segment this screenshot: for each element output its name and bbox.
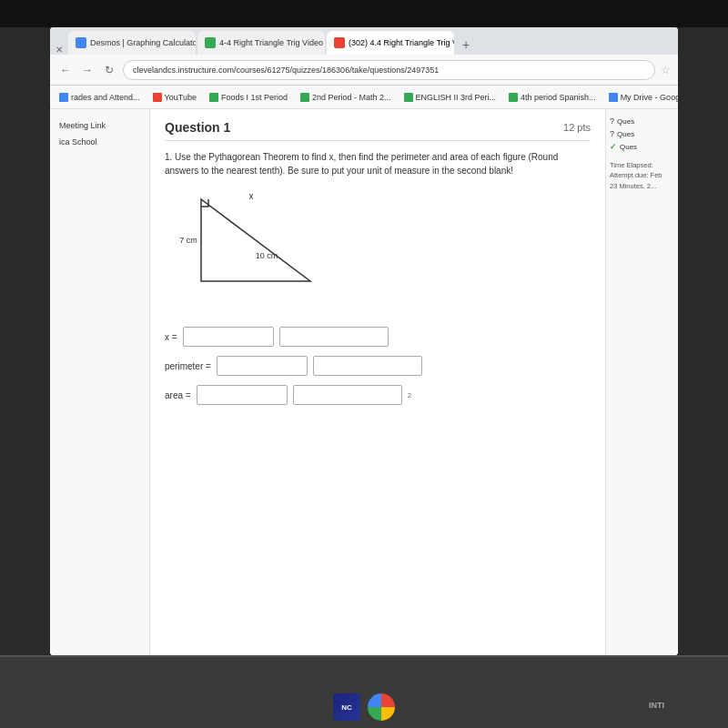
- attempt-due-label: Attempt due: Feb: [610, 170, 674, 180]
- bookmark-2ndperiod[interactable]: 2nd Period - Math 2...: [297, 91, 395, 104]
- sidebar-school-label: ica School: [59, 137, 97, 147]
- bookmark-favicon-english: [404, 93, 413, 102]
- question-icon-2: ?: [610, 129, 614, 138]
- right-panel-label-1: Ques: [617, 117, 634, 126]
- x-answer-input[interactable]: [183, 327, 274, 347]
- laptop-bottom: NC INTI: [0, 655, 728, 728]
- top-bar: [0, 0, 728, 27]
- bookmark-favicon-foods: [209, 93, 218, 102]
- tab-desmos[interactable]: Desmos | Graphing Calculator ✕: [68, 31, 196, 55]
- bookmark-spanish[interactable]: 4th period Spanish...: [505, 91, 600, 104]
- time-elapsed-label: Time Elapsed:: [610, 160, 674, 170]
- area-label-text: area =: [165, 390, 191, 400]
- area-input-row: area = 2: [165, 385, 591, 405]
- browser-content: Meeting Link ica School Question 1 12 pt…: [50, 109, 678, 655]
- area-unit-input[interactable]: [293, 385, 402, 405]
- perimeter-input-row: perimeter =: [165, 356, 591, 376]
- perimeter-label-text: perimeter =: [165, 361, 211, 371]
- sidebar-school[interactable]: ica School: [57, 135, 142, 149]
- right-panel-item-3[interactable]: ✓ Ques: [610, 142, 674, 151]
- question-header: Question 1 12 pts: [165, 120, 591, 141]
- bookmark-favicon-drive: [609, 93, 618, 102]
- tab-bar: ✕ Desmos | Graphing Calculator ✕ 4-4 Rig…: [50, 27, 678, 55]
- sidebar-meeting-link[interactable]: Meeting Link: [57, 118, 142, 133]
- browser-close-button[interactable]: ✕: [56, 45, 66, 55]
- back-button[interactable]: ←: [57, 62, 74, 78]
- screen-area: ✕ Desmos | Graphing Calculator ✕ 4-4 Rig…: [50, 27, 678, 655]
- tab-label-desmos: Desmos | Graphing Calculator: [90, 38, 196, 47]
- tab-label-quiz: (302) 4.4 Right Triangle Trig Vid...: [349, 38, 454, 47]
- question-text: 1. Use the Pythagorean Theorem to find x…: [165, 150, 591, 177]
- minutes-label: 23 Minutes, 2...: [610, 181, 674, 191]
- x-label: x: [249, 191, 254, 201]
- bookmark-label-spanish: 4th period Spanish...: [521, 93, 596, 102]
- address-bar: ← → ↻ ☆: [50, 55, 678, 86]
- x-input-row: x =: [165, 327, 591, 347]
- area-superscript: 2: [408, 391, 411, 399]
- bookmark-youtube[interactable]: YouTube: [149, 91, 200, 104]
- bookmarks-bar: rades and Attend... YouTube Foods I 1st …: [50, 86, 678, 109]
- x-label-text: x =: [165, 332, 177, 342]
- url-input[interactable]: [123, 60, 655, 80]
- tab-video1[interactable]: 4-4 Right Triangle Trig Video ✕: [197, 31, 325, 55]
- taskbar-nc-button[interactable]: NC: [333, 693, 360, 721]
- forward-button[interactable]: →: [79, 62, 96, 78]
- bookmark-grades[interactable]: rades and Attend...: [56, 91, 144, 104]
- tab-quiz[interactable]: (302) 4.4 Right Triangle Trig Vid... ✕: [327, 31, 454, 55]
- bookmark-label-2nd: 2nd Period - Math 2...: [312, 93, 391, 102]
- right-panel-label-2: Ques: [617, 130, 634, 138]
- bookmark-label-drive: My Drive - Google D...: [621, 93, 678, 102]
- intl-label: INTI: [649, 701, 664, 710]
- side-b-label: 10 cm: [256, 251, 278, 260]
- nc-label: NC: [341, 703, 352, 712]
- bookmark-label-foods: Foods I 1st Period: [221, 93, 288, 102]
- bookmark-label-english: ENGLISH II 3rd Peri...: [416, 93, 497, 102]
- svg-marker-0: [201, 199, 310, 281]
- bookmark-english[interactable]: ENGLISH II 3rd Peri...: [400, 91, 500, 104]
- bookmark-label-grades: rades and Attend...: [71, 93, 140, 102]
- refresh-button[interactable]: ↻: [101, 62, 117, 78]
- time-info: Time Elapsed: Attempt due: Feb 23 Minute…: [610, 160, 674, 191]
- tab-favicon-desmos: [76, 37, 86, 48]
- taskbar: NC: [333, 693, 395, 721]
- browser: ✕ Desmos | Graphing Calculator ✕ 4-4 Rig…: [50, 27, 678, 655]
- tab-favicon-quiz: [334, 37, 345, 48]
- left-sidebar: Meeting Link ica School: [50, 109, 150, 655]
- perimeter-unit-input[interactable]: [313, 356, 422, 376]
- laptop-frame: ✕ Desmos | Graphing Calculator ✕ 4-4 Rig…: [0, 0, 728, 728]
- right-panel-label-3: Ques: [620, 143, 637, 151]
- right-panel-item-2[interactable]: ? Ques: [610, 129, 674, 138]
- sidebar-meeting-label: Meeting Link: [59, 121, 106, 130]
- bookmark-star-icon[interactable]: ☆: [661, 64, 671, 76]
- bookmark-favicon-grades: [59, 93, 68, 102]
- new-tab-button[interactable]: +: [456, 35, 476, 55]
- tab-favicon-video1: [205, 37, 216, 48]
- quiz-area: Question 1 12 pts 1. Use the Pythagorean…: [150, 109, 605, 655]
- bookmark-drive[interactable]: My Drive - Google D...: [605, 91, 678, 104]
- x-unit-input[interactable]: [279, 327, 389, 347]
- bookmark-favicon-spanish: [509, 93, 518, 102]
- bookmark-favicon-youtube: [153, 93, 162, 102]
- right-panel: ? Ques ? Ques ✓ Ques Time Elapsed: Attem…: [605, 109, 678, 655]
- bookmark-favicon-2nd: [300, 93, 309, 102]
- question-icon-1: ?: [610, 116, 614, 126]
- right-panel-item-1[interactable]: ? Ques: [610, 116, 674, 126]
- triangle-svg: x 7 cm 10 cm: [174, 190, 338, 308]
- side-a-label: 7 cm: [179, 236, 197, 245]
- question-title: Question 1: [165, 120, 230, 135]
- area-answer-input[interactable]: [197, 385, 288, 405]
- perimeter-answer-input[interactable]: [217, 356, 308, 376]
- triangle-diagram: x 7 cm 10 cm: [174, 190, 338, 308]
- check-icon: ✓: [610, 142, 617, 151]
- bookmark-label-youtube: YouTube: [165, 93, 197, 102]
- bookmark-foods[interactable]: Foods I 1st Period: [206, 91, 291, 104]
- tab-label-video1: 4-4 Right Triangle Trig Video: [219, 38, 323, 47]
- question-points: 12 pts: [563, 122, 591, 133]
- taskbar-chrome-button[interactable]: [368, 693, 395, 721]
